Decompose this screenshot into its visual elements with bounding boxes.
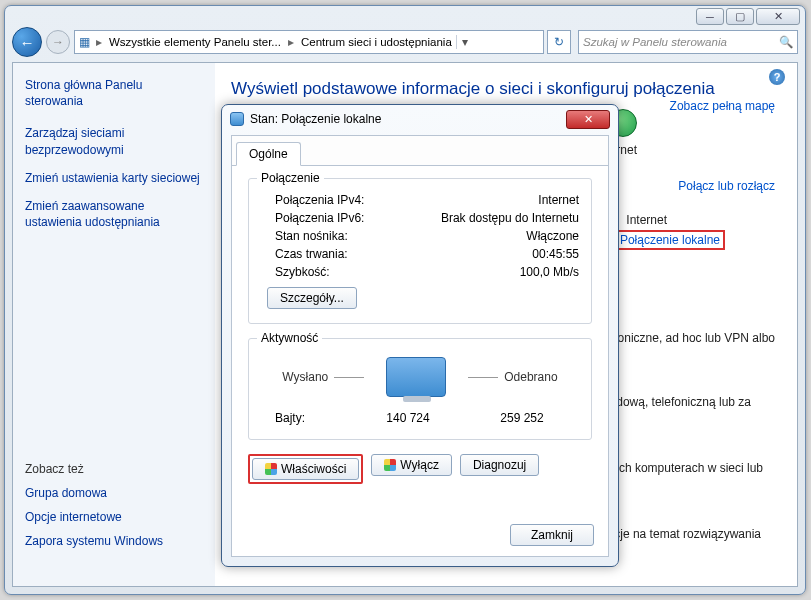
breadcrumb-seg-1[interactable]: Wszystkie elementy Panelu ster...: [105, 36, 285, 48]
refresh-button[interactable]: ↻: [547, 30, 571, 54]
title-bar: ─ ▢ ✕: [5, 6, 805, 26]
seealso-internet-options[interactable]: Opcje internetowe: [25, 510, 203, 524]
row-ipv6: Połączenia IPv6:Brak dostępu do Internet…: [261, 211, 579, 225]
address-bar[interactable]: ▦ ▸ Wszystkie elementy Panelu ster... ▸ …: [74, 30, 544, 54]
sidebar: Strona główna Panelu sterowania Zarządza…: [13, 63, 215, 586]
close-button[interactable]: Zamknij: [510, 524, 594, 546]
seealso-homegroup[interactable]: Grupa domowa: [25, 486, 203, 500]
text-fragment-4: cje na temat rozwiązywania: [614, 527, 761, 541]
computers-icon: [386, 357, 446, 397]
activity-group: Aktywność Wysłano Odebrano Bajty: 140 72…: [248, 338, 592, 440]
bytes-row: Bajty: 140 724 259 252: [261, 411, 579, 425]
network-status-icon: [230, 112, 244, 126]
back-button[interactable]: ←: [12, 27, 42, 57]
row-speed: Szybkość:100,0 Mb/s: [261, 265, 579, 279]
maximize-button[interactable]: ▢: [726, 8, 754, 25]
connection-group: Połączenie Połączenia IPv4:Internet Połą…: [248, 178, 592, 324]
bytes-recv: 259 252: [465, 411, 579, 425]
search-box[interactable]: Szukaj w Panelu sterowania 🔍: [578, 30, 798, 54]
tab-strip: Ogólne: [232, 136, 608, 166]
tab-general[interactable]: Ogólne: [236, 142, 301, 166]
properties-highlight: Właściwości: [248, 454, 363, 484]
row-media: Stan nośnika:Włączone: [261, 229, 579, 243]
sidebar-link-wireless[interactable]: Zarządzaj sieciami bezprzewodowymi: [25, 125, 203, 157]
sidebar-link-adapter[interactable]: Zmień ustawienia karty sieciowej: [25, 170, 203, 186]
sidebar-home-link[interactable]: Strona główna Panelu sterowania: [25, 77, 203, 109]
text-fragment-3: ych komputerach w sieci lub: [613, 461, 763, 475]
seealso-firewall[interactable]: Zapora systemu Windows: [25, 534, 203, 548]
minimize-button[interactable]: ─: [696, 8, 724, 25]
text-fragment-1: telefoniczne, ad hoc lub VPN albo: [595, 331, 775, 345]
disable-button[interactable]: Wyłącz: [371, 454, 452, 476]
properties-button[interactable]: Właściwości: [252, 458, 359, 480]
dialog-footer: Zamknij: [510, 524, 594, 546]
breadcrumb-sep: ▸: [285, 35, 297, 49]
control-panel-icon: ▦: [75, 35, 93, 49]
seealso-header: Zobacz też: [25, 462, 203, 476]
search-icon: 🔍: [779, 35, 793, 49]
status-dialog: Stan: Połączenie lokalne ✕ Ogólne Połącz…: [221, 104, 619, 567]
connection-group-label: Połączenie: [257, 171, 324, 185]
address-dropdown[interactable]: ▾: [456, 35, 474, 49]
diagnose-button[interactable]: Diagnozuj: [460, 454, 539, 476]
breadcrumb-sep: ▸: [93, 35, 105, 49]
bytes-label: Bajty:: [261, 411, 351, 425]
button-row: Właściwości Wyłącz Diagnozuj: [248, 454, 592, 484]
dialog-body: Ogólne Połączenie Połączenia IPv4:Intern…: [231, 135, 609, 557]
forward-button[interactable]: →: [46, 30, 70, 54]
local-connection-link[interactable]: Połączenie lokalne: [615, 230, 725, 250]
nav-bar: ← → ▦ ▸ Wszystkie elementy Panelu ster..…: [12, 26, 798, 58]
text-fragment-2: vodową, telefoniczną lub za: [604, 395, 751, 409]
recv-label: Odebrano: [468, 370, 557, 384]
dialog-title-bar[interactable]: Stan: Połączenie lokalne ✕: [222, 105, 618, 133]
row-ipv4: Połączenia IPv4:Internet: [261, 193, 579, 207]
dialog-title: Stan: Połączenie lokalne: [250, 112, 381, 126]
tab-content: Połączenie Połączenia IPv4:Internet Połą…: [232, 166, 608, 496]
bytes-sent: 140 724: [351, 411, 465, 425]
search-placeholder: Szukaj w Panelu sterowania: [583, 36, 727, 48]
full-map-link[interactable]: Zobacz pełną mapę: [670, 99, 775, 113]
details-button[interactable]: Szczegóły...: [267, 287, 357, 309]
activity-visual: Wysłano Odebrano: [261, 357, 579, 397]
breadcrumb-seg-2[interactable]: Centrum sieci i udostępniania: [297, 36, 456, 48]
help-icon[interactable]: ?: [769, 69, 785, 85]
activity-group-label: Aktywność: [257, 331, 322, 345]
sent-label: Wysłano: [282, 370, 364, 384]
row-duration: Czas trwania:00:45:55: [261, 247, 579, 261]
page-title: Wyświetl podstawowe informacje o sieci i…: [231, 79, 781, 99]
dialog-close-button[interactable]: ✕: [566, 110, 610, 129]
connect-disconnect-link[interactable]: Połącz lub rozłącz: [678, 179, 775, 193]
internet-label-2: Internet: [626, 213, 667, 227]
close-button[interactable]: ✕: [756, 8, 800, 25]
sidebar-link-sharing[interactable]: Zmień zaawansowane ustawienia udostępnia…: [25, 198, 203, 230]
